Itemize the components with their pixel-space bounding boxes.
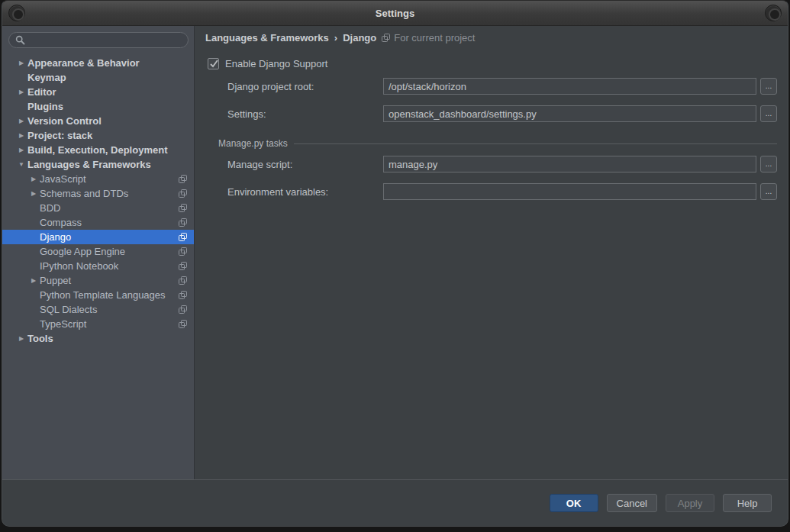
breadcrumb: Languages & Frameworks › Django For curr… (195, 26, 788, 49)
tree-label: TypeScript (40, 318, 86, 330)
tree-label: BDD (40, 202, 60, 214)
django-project-root-label: Django project root: (227, 81, 383, 92)
django-project-root-row: Django project root: ... (227, 78, 777, 95)
enable-django-support-row: Enable Django Support (208, 58, 788, 69)
chevron-right-icon[interactable]: ▶ (15, 335, 27, 342)
tree-label: Tools (27, 333, 53, 344)
sidebar-item-languages-frameworks[interactable]: ▼ Languages & Frameworks (2, 157, 194, 172)
help-button[interactable]: Help (723, 494, 772, 512)
check-icon (209, 59, 219, 69)
manage-script-input[interactable] (383, 156, 756, 172)
sidebar-item-build-execution-deployment[interactable]: ▶ Build, Execution, Deployment (2, 143, 194, 157)
sidebar-item-appearance-behavior[interactable]: ▶ Appearance & Behavior (2, 56, 194, 70)
sidebar-item-google-app-engine[interactable]: Google App Engine (2, 244, 194, 259)
sidebar-item-plugins[interactable]: Plugins (2, 99, 194, 114)
sidebar-item-bdd[interactable]: BDD (2, 201, 194, 215)
tree-label: Puppet (40, 275, 71, 286)
project-settings-icon (179, 175, 187, 183)
settings-file-browse-button[interactable]: ... (760, 105, 777, 122)
tree-label: Version Control (27, 115, 102, 127)
tree-label: Languages & Frameworks (27, 159, 151, 170)
sidebar-item-javascript[interactable]: ▶ JavaScript (2, 172, 194, 186)
project-settings-icon (179, 262, 187, 270)
sidebar-item-editor[interactable]: ▶ Editor (2, 85, 194, 99)
dialog-button-bar: OK Cancel Apply Help (2, 479, 788, 526)
manage-script-row: Manage script: ... (227, 156, 777, 172)
tree-label: Django (40, 231, 71, 243)
sidebar-item-ipython-notebook[interactable]: IPython Notebook (2, 259, 194, 273)
tree-label: Editor (27, 86, 56, 98)
window-title: Settings (376, 8, 414, 19)
django-project-root-input[interactable] (383, 78, 756, 95)
scope-note-text: For current project (394, 32, 475, 44)
sidebar-item-keymap[interactable]: Keymap (2, 70, 194, 85)
breadcrumb-current: Django (343, 32, 376, 44)
chevron-right-icon[interactable]: ▶ (15, 89, 27, 95)
settings-sidebar: ▶ Appearance & Behavior Keymap ▶ Editor … (2, 26, 195, 479)
chevron-right-icon[interactable]: ▶ (15, 118, 27, 124)
sidebar-item-schemas-and-dtds[interactable]: ▶ Schemas and DTDs (2, 186, 194, 201)
environment-variables-input[interactable] (383, 183, 756, 200)
project-settings-icon (179, 204, 187, 212)
chevron-right-icon[interactable]: ▶ (27, 277, 40, 284)
chevron-right-icon[interactable]: ▶ (15, 147, 27, 153)
tree-label: Appearance & Behavior (27, 57, 140, 69)
project-settings-icon (179, 291, 187, 299)
chevron-right-icon[interactable]: ▶ (27, 176, 40, 182)
chevron-right-icon[interactable]: ▶ (27, 190, 40, 197)
tree-label: Keymap (27, 72, 66, 83)
sidebar-item-project-stack[interactable]: ▶ Project: stack (2, 128, 194, 143)
sidebar-item-django[interactable]: Django (2, 230, 194, 244)
breadcrumb-separator: › (334, 32, 337, 44)
project-settings-icon (179, 305, 187, 314)
sidebar-item-typescript[interactable]: TypeScript (2, 317, 194, 331)
project-settings-icon (179, 276, 187, 285)
cancel-button[interactable]: Cancel (607, 494, 657, 512)
settings-dialog: Settings ▶ Appearance & Behavior (2, 0, 788, 527)
project-settings-icon (382, 34, 390, 42)
search-input[interactable] (29, 34, 182, 47)
sidebar-item-compass[interactable]: Compass (2, 215, 194, 230)
window-close-button[interactable] (765, 5, 782, 21)
environment-variables-browse-button[interactable]: ... (760, 183, 777, 200)
settings-file-input[interactable] (383, 105, 756, 122)
manage-script-label: Manage script: (227, 159, 383, 170)
search-area (2, 26, 194, 51)
breadcrumb-parent: Languages & Frameworks (205, 32, 329, 44)
tree-label: Plugins (27, 101, 63, 112)
search-box[interactable] (8, 32, 189, 48)
manage-py-tasks-section: Manage.py tasks (218, 138, 777, 149)
chevron-down-icon[interactable]: ▼ (15, 161, 27, 168)
django-project-root-browse-button[interactable]: ... (760, 78, 777, 95)
settings-tree: ▶ Appearance & Behavior Keymap ▶ Editor … (2, 56, 194, 346)
tree-label: IPython Notebook (40, 260, 118, 272)
enable-django-support-label: Enable Django Support (225, 58, 327, 69)
settings-content-panel: Languages & Frameworks › Django For curr… (195, 26, 788, 479)
environment-variables-label: Environment variables: (227, 186, 383, 198)
project-settings-icon (179, 189, 187, 198)
sidebar-item-sql-dialects[interactable]: SQL Dialects (2, 302, 194, 317)
tree-label: Build, Execution, Deployment (27, 144, 167, 156)
ok-button[interactable]: OK (550, 494, 598, 512)
project-settings-icon (179, 247, 187, 256)
project-settings-icon (179, 218, 187, 227)
sidebar-item-python-template-languages[interactable]: Python Template Languages (2, 288, 194, 302)
window-menu-button[interactable] (8, 5, 25, 21)
settings-file-label: Settings: (227, 108, 383, 120)
tree-label: Project: stack (27, 130, 92, 141)
search-icon (15, 35, 25, 45)
title-bar: Settings (2, 1, 788, 26)
scope-note: For current project (382, 32, 475, 44)
enable-django-support-checkbox[interactable] (208, 58, 219, 69)
tree-label: Schemas and DTDs (40, 188, 128, 199)
apply-button[interactable]: Apply (666, 494, 714, 512)
sidebar-item-tools[interactable]: ▶ Tools (2, 331, 194, 346)
tree-label: Compass (40, 217, 82, 228)
environment-variables-row: Environment variables: ... (227, 183, 777, 200)
manage-script-browse-button[interactable]: ... (760, 156, 777, 172)
chevron-right-icon[interactable]: ▶ (15, 60, 27, 66)
chevron-right-icon[interactable]: ▶ (15, 132, 27, 139)
sidebar-item-version-control[interactable]: ▶ Version Control (2, 114, 194, 128)
sidebar-item-puppet[interactable]: ▶ Puppet (2, 273, 194, 288)
settings-file-row: Settings: ... (227, 105, 777, 122)
